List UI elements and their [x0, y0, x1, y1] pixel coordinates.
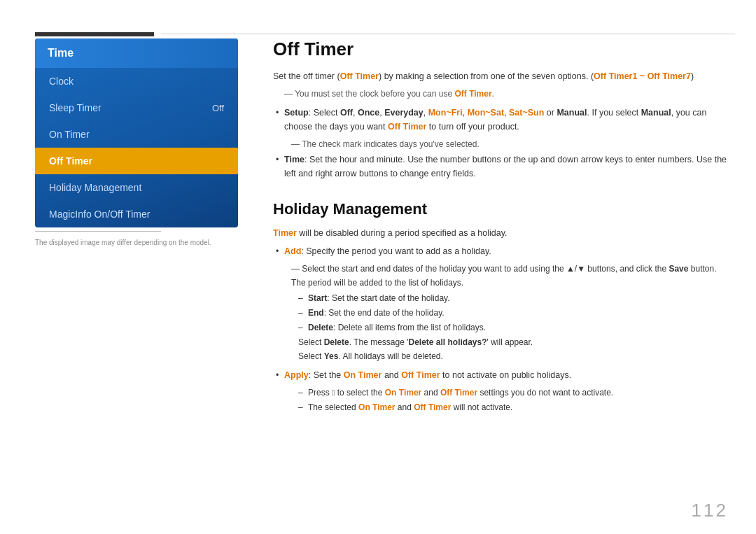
section1-bullet-time: Time: Set the hour and minute. Use the n… — [273, 153, 735, 181]
page-number: 112 — [692, 500, 728, 521]
section1-bullet-setup: Setup: Select Off, Once, Everyday, Mon~F… — [273, 106, 735, 134]
section1-title: Off Timer — [273, 38, 735, 60]
section2-apply-dash1: Press  to select the On Timer and Off T… — [298, 386, 735, 399]
sidebar-item-holiday-management[interactable]: Holiday Management — [35, 174, 238, 201]
section2-delete-msg: Select Delete. The message 'Delete all h… — [298, 336, 735, 349]
top-bar-accent — [35, 32, 154, 36]
top-bar-divider — [161, 34, 735, 34]
section1-setup-subnote: The check mark indicates days you've sel… — [291, 138, 735, 150]
section2-dash-delete: Delete: Delete all items from the list o… — [298, 321, 735, 334]
section2-dash-start: Start: Set the start date of the holiday… — [298, 292, 735, 304]
section2-add-line2: The period will be added to the list of … — [291, 276, 735, 289]
section2-bullet-add: Add: Specify the period you want to add … — [273, 244, 735, 258]
section1-note: You must set the clock before you can us… — [280, 87, 735, 100]
top-bar — [0, 0, 756, 36]
main-content: Off Timer Set the off timer (Off Timer) … — [273, 38, 735, 513]
sidebar-item-sleep-timer[interactable]: Sleep Timer Off — [35, 94, 238, 121]
sidebar: Time Clock Sleep Timer Off On Timer Off … — [35, 38, 238, 227]
sidebar-title: Time — [48, 47, 74, 59]
section2-intro: Timer will be disabled during a period s… — [273, 227, 735, 240]
sidebar-item-on-timer[interactable]: On Timer — [35, 121, 238, 148]
section2-apply-dash2: The selected On Timer and Off Timer will… — [298, 401, 735, 414]
sidebar-item-magicinfo[interactable]: MagicInfo On/Off Timer — [35, 201, 238, 227]
sidebar-footer: The displayed image may differ depending… — [35, 231, 238, 246]
sidebar-footer-divider — [35, 231, 161, 232]
sidebar-item-off-timer[interactable]: Off Timer — [35, 148, 238, 174]
sidebar-note: The displayed image may differ depending… — [35, 239, 238, 246]
section2-title: Holiday Management — [273, 200, 735, 218]
section2-select-yes: Select Yes. All holidays will be deleted… — [298, 350, 735, 363]
sidebar-header: Time — [35, 38, 238, 68]
section2-bullet-apply: Apply: Set the On Timer and Off Timer to… — [273, 368, 735, 382]
section2-dash-end: End: Set the end date of the holiday. — [298, 307, 735, 319]
sidebar-item-clock[interactable]: Clock — [35, 68, 238, 94]
section1-intro: Set the off timer (Off Timer) by making … — [273, 70, 735, 83]
section2-add-line1: Select the start and end dates of the ho… — [291, 262, 735, 275]
